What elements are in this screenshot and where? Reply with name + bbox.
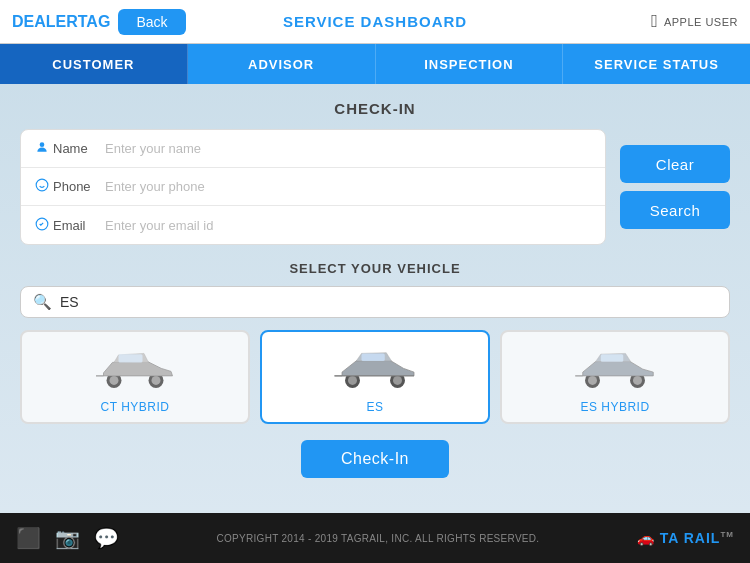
form-fields: Name Phone Email: [20, 129, 606, 245]
apple-icon: : [651, 11, 658, 32]
checkin-button[interactable]: Check-In: [301, 440, 449, 478]
vehicle-search-bar: 🔍: [20, 286, 730, 318]
phone-icon: [31, 178, 53, 195]
phone-label: Phone: [53, 179, 105, 194]
form-buttons: Clear Search: [620, 129, 730, 245]
svg-point-6: [152, 376, 161, 385]
vehicle-card-ct-hybrid[interactable]: CT HYBRID: [20, 330, 250, 424]
footer: ⬛ 📷 💬 COPYRIGHT 2014 - 2019 TAGRAIL, INC…: [0, 513, 750, 563]
tm-mark: TM: [720, 530, 734, 539]
footer-copyright: COPYRIGHT 2014 - 2019 TAGRAIL, INC. ALL …: [216, 533, 539, 544]
nav-tabs: CUSTOMER ADVISOR INSPECTION SERVICE STAT…: [0, 44, 750, 84]
checkin-button-area: Check-In: [20, 440, 730, 478]
user-icon: [31, 140, 53, 157]
checkin-title: CHECK-IN: [20, 100, 730, 117]
vehicle-search-input[interactable]: [60, 294, 717, 310]
svg-rect-18: [601, 354, 624, 362]
svg-point-17: [633, 376, 642, 385]
svg-rect-7: [119, 354, 143, 362]
svg-point-1: [36, 179, 48, 191]
checkin-form-area: Name Phone Email Clear Sear: [20, 129, 730, 245]
tab-advisor[interactable]: ADVISOR: [188, 44, 376, 84]
vehicle-image-es: [270, 342, 480, 394]
camera-icon[interactable]: 📷: [55, 526, 80, 550]
email-field-row: Email: [21, 206, 605, 244]
phone-field-row: Phone: [21, 168, 605, 206]
logo-tag: TAG: [78, 13, 111, 30]
footer-brand: 🚗 TA RAILTM: [637, 530, 734, 546]
clear-button[interactable]: Clear: [620, 145, 730, 183]
vehicle-name-ct-hybrid: CT HYBRID: [101, 400, 170, 414]
vehicle-card-es-hybrid[interactable]: ES HYBRID: [500, 330, 730, 424]
logo: DEALERTAG: [12, 13, 110, 31]
svg-point-11: [393, 376, 402, 385]
header-right:  APPLE USER: [651, 11, 738, 32]
header-title: SERVICE DASHBOARD: [283, 13, 467, 30]
footer-icons: ⬛ 📷 💬: [16, 526, 119, 550]
tab-service-status[interactable]: SERVICE STATUS: [563, 44, 750, 84]
chat-icon[interactable]: 💬: [94, 526, 119, 550]
vehicle-image-ct-hybrid: [30, 342, 240, 394]
vehicle-name-es-hybrid: ES HYBRID: [580, 400, 649, 414]
vehicle-name-es: ES: [366, 400, 383, 414]
email-label: Email: [53, 218, 105, 233]
search-icon: 🔍: [33, 293, 52, 311]
back-button[interactable]: Back: [118, 9, 185, 35]
vehicle-card-es[interactable]: ES: [260, 330, 490, 424]
svg-point-15: [588, 376, 597, 385]
main-content: CHECK-IN Name Phone: [0, 84, 750, 478]
phone-input[interactable]: [105, 179, 595, 194]
logo-dealer: DEALER: [12, 13, 78, 30]
svg-rect-12: [362, 353, 385, 361]
header: DEALERTAG Back SERVICE DASHBOARD  APPLE…: [0, 0, 750, 44]
name-input[interactable]: [105, 141, 595, 156]
tab-inspection[interactable]: INSPECTION: [376, 44, 564, 84]
name-field-row: Name: [21, 130, 605, 168]
email-icon: [31, 217, 53, 234]
vehicle-cards: CT HYBRID ES: [20, 330, 730, 424]
tagrail-logo: 🚗 TA RAILTM: [637, 530, 734, 546]
svg-point-9: [348, 376, 357, 385]
apple-user-label: APPLE USER: [664, 16, 738, 28]
vehicle-title: SELECT YOUR VEHICLE: [20, 261, 730, 276]
film-icon[interactable]: ⬛: [16, 526, 41, 550]
header-left: DEALERTAG Back: [12, 9, 186, 35]
svg-point-4: [110, 376, 119, 385]
email-input[interactable]: [105, 218, 595, 233]
tab-customer[interactable]: CUSTOMER: [0, 44, 188, 84]
svg-point-0: [40, 142, 45, 147]
name-label: Name: [53, 141, 105, 156]
search-button[interactable]: Search: [620, 191, 730, 229]
vehicle-image-es-hybrid: [510, 342, 720, 394]
